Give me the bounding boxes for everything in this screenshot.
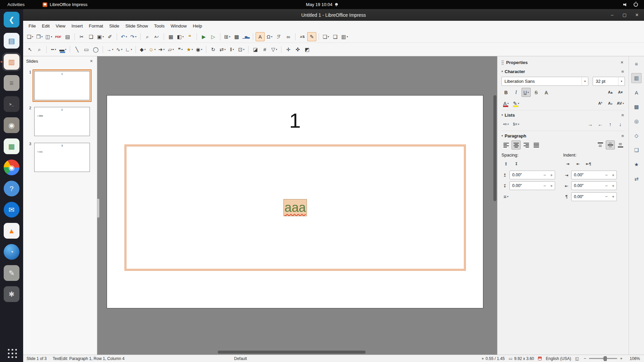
font-color-button[interactable]: A▾ bbox=[501, 99, 511, 108]
character-collapse-icon[interactable]: ▾ bbox=[501, 70, 503, 73]
after-text-indent-field[interactable]: 0.00″−+ bbox=[571, 181, 617, 190]
zoom-and-pan-button[interactable]: ⌕ bbox=[35, 45, 44, 54]
language-label[interactable]: English (USA) bbox=[546, 356, 571, 361]
font-name-dropdown-icon[interactable]: ▾ bbox=[582, 77, 588, 85]
edited-selected-text[interactable]: aaa bbox=[284, 199, 306, 216]
below-paragraph-spacing-increase-button[interactable]: + bbox=[548, 183, 555, 188]
increase-paragraph-spacing-button[interactable]: ↥ bbox=[501, 160, 511, 169]
decrease-paragraph-spacing-button[interactable]: ↧ bbox=[512, 160, 521, 169]
dock-item-vscode[interactable]: ❮ bbox=[4, 12, 19, 27]
increase-indent-button[interactable]: ⇥ bbox=[563, 160, 572, 169]
fit-slide-icon[interactable]: ◱ bbox=[575, 356, 579, 361]
display-views-dropdown-icon[interactable]: ▾ bbox=[182, 35, 184, 38]
zoom-level-label[interactable]: 106% bbox=[627, 356, 640, 361]
highlighting-color-button[interactable]: ✎▾ bbox=[512, 99, 521, 108]
symbol-shapes-button[interactable]: ☺▾ bbox=[148, 45, 157, 54]
sidebar-tab-navigator[interactable]: ◎ bbox=[631, 116, 642, 126]
edit-points-button[interactable]: ✛ bbox=[284, 45, 293, 54]
sidebar-grip[interactable] bbox=[501, 60, 504, 65]
insert-special-characters-dropdown-icon[interactable]: ▾ bbox=[271, 35, 272, 38]
line-style-button[interactable]: ╍▾ bbox=[49, 45, 58, 54]
after-text-indent-decrease-button[interactable]: − bbox=[603, 183, 610, 188]
basic-shapes-button[interactable]: ◆▾ bbox=[138, 45, 147, 54]
ordered-list-dropdown-icon[interactable]: ▾ bbox=[518, 123, 519, 126]
slide-thumbnail-1[interactable]: 11 bbox=[23, 69, 97, 102]
new-slide-dropdown-icon[interactable]: ▾ bbox=[328, 35, 329, 38]
highlighting-color-dropdown-icon[interactable]: ▾ bbox=[518, 102, 519, 105]
align-left-button[interactable] bbox=[501, 140, 511, 149]
font-name-combobox[interactable]: Liberation Sans ▾ bbox=[501, 77, 588, 86]
callout-shapes-dropdown-icon[interactable]: ▾ bbox=[181, 48, 183, 51]
new-button[interactable]: ❏▾ bbox=[25, 32, 35, 41]
ordered-list-button[interactable]: 1≡▾ bbox=[512, 120, 521, 129]
dock-item-libreoffice-calc[interactable]: ▦ bbox=[4, 138, 19, 154]
decrease-font-size-button[interactable]: A▾ bbox=[616, 88, 625, 97]
minimize-button[interactable]: – bbox=[609, 12, 615, 17]
align-center-button[interactable] bbox=[512, 140, 521, 149]
image-filter-button[interactable]: ▽▾ bbox=[270, 45, 279, 54]
insert-image-button[interactable]: ▩ bbox=[232, 32, 241, 41]
ellipse-button[interactable]: ◯ bbox=[91, 45, 100, 54]
lists-collapse-icon[interactable]: ▾ bbox=[501, 113, 503, 117]
zoom-in-button[interactable]: + bbox=[619, 356, 623, 361]
hanging-indent-button[interactable]: ⇤¶ bbox=[584, 160, 593, 169]
insert-text-box-button[interactable]: A bbox=[256, 32, 265, 41]
save-dropdown-icon[interactable]: ▾ bbox=[51, 35, 52, 38]
start-from-current-slide-button[interactable]: ▷ bbox=[209, 32, 218, 41]
properties-close-icon[interactable]: ✕ bbox=[619, 60, 625, 65]
above-paragraph-spacing-increase-button[interactable]: + bbox=[548, 173, 555, 178]
slides-panel-close-icon[interactable]: ✕ bbox=[89, 58, 94, 64]
block-arrows-dropdown-icon[interactable]: ▾ bbox=[163, 48, 165, 51]
glue-points-button[interactable]: ✜ bbox=[293, 45, 302, 54]
connectors-dropdown-icon[interactable]: ▾ bbox=[131, 48, 132, 51]
basic-shapes-dropdown-icon[interactable]: ▾ bbox=[144, 48, 146, 51]
line-color-button[interactable]: ▬▾ bbox=[58, 45, 67, 54]
before-text-indent-decrease-button[interactable]: − bbox=[603, 173, 610, 178]
curves-and-polygons-button[interactable]: ∿▾ bbox=[115, 45, 124, 54]
below-paragraph-spacing-value[interactable]: 0.00″ bbox=[510, 183, 541, 188]
font-size-value[interactable]: 32 pt bbox=[593, 79, 618, 84]
lists-section-header[interactable]: ▾ Lists ≡ bbox=[501, 110, 625, 119]
menu-tools[interactable]: Tools bbox=[151, 22, 168, 30]
flowchart-shapes-button[interactable]: ▱▾ bbox=[166, 45, 175, 54]
dock-item-files[interactable]: ≡ bbox=[4, 75, 19, 91]
font-size-combobox[interactable]: 32 pt ▾ bbox=[593, 77, 625, 86]
insert-line-button[interactable]: ╲ bbox=[72, 45, 82, 54]
paste-button[interactable]: ▣▾ bbox=[96, 32, 105, 41]
paste-dropdown-icon[interactable]: ▾ bbox=[103, 35, 104, 38]
dock-item-vlc[interactable]: ▲ bbox=[4, 223, 19, 239]
dock-item-text-editor[interactable]: ✎ bbox=[4, 265, 19, 281]
sidebar-tab-shapes[interactable]: ◇ bbox=[631, 131, 642, 141]
save-button[interactable]: ◫▾ bbox=[44, 32, 53, 41]
spelling-button[interactable]: A✓ bbox=[152, 32, 161, 41]
insert-special-characters-button[interactable]: Ω▾ bbox=[265, 32, 274, 41]
show-applications-button[interactable] bbox=[6, 348, 17, 358]
dock-item-libreoffice-impress[interactable]: ▥ bbox=[4, 54, 19, 70]
sidebar-tab-styles[interactable]: A bbox=[631, 87, 642, 98]
character-spacing-dropdown-icon[interactable]: ▾ bbox=[623, 102, 624, 105]
insert-vertical-text-button[interactable]: A⇅ bbox=[298, 32, 307, 41]
insert-fontwork-button[interactable]: ℱ bbox=[274, 32, 283, 41]
above-paragraph-spacing-value[interactable]: 0.00″ bbox=[510, 173, 541, 177]
before-text-indent-increase-button[interactable]: + bbox=[610, 173, 616, 178]
lines-and-arrows-button[interactable]: →▾ bbox=[105, 45, 114, 54]
sidebar-tab-sidebar-settings[interactable]: ≡ bbox=[631, 59, 642, 69]
dock-item-browser-app[interactable]: ◔ bbox=[4, 244, 19, 260]
first-line-indent-value[interactable]: 0.00″ bbox=[572, 194, 603, 199]
character-section-header[interactable]: ▾ Character ≡ bbox=[501, 67, 625, 76]
callout-shapes-button[interactable]: ❝▾ bbox=[176, 45, 185, 54]
font-color-dropdown-icon[interactable]: ▾ bbox=[507, 102, 509, 105]
first-line-indent-field[interactable]: 0.00″−+ bbox=[571, 192, 617, 201]
close-button[interactable]: ✕ bbox=[634, 12, 640, 17]
move-up-button[interactable]: ↑ bbox=[606, 120, 615, 129]
align-objects-button[interactable]: ‖▾ bbox=[227, 45, 236, 54]
horizontal-scrollbar[interactable] bbox=[218, 351, 366, 354]
align-objects-dropdown-icon[interactable]: ▾ bbox=[233, 48, 234, 51]
underline-button[interactable]: U▾ bbox=[522, 88, 531, 97]
activities-button[interactable]: Activities bbox=[4, 1, 28, 8]
insert-chart-button[interactable]: ▁▅▃ bbox=[241, 32, 251, 41]
menu-format[interactable]: Format bbox=[86, 22, 106, 30]
font-name-value[interactable]: Liberation Sans bbox=[502, 79, 582, 84]
after-text-indent-increase-button[interactable]: + bbox=[610, 183, 616, 188]
align-justify-button[interactable] bbox=[532, 140, 541, 149]
